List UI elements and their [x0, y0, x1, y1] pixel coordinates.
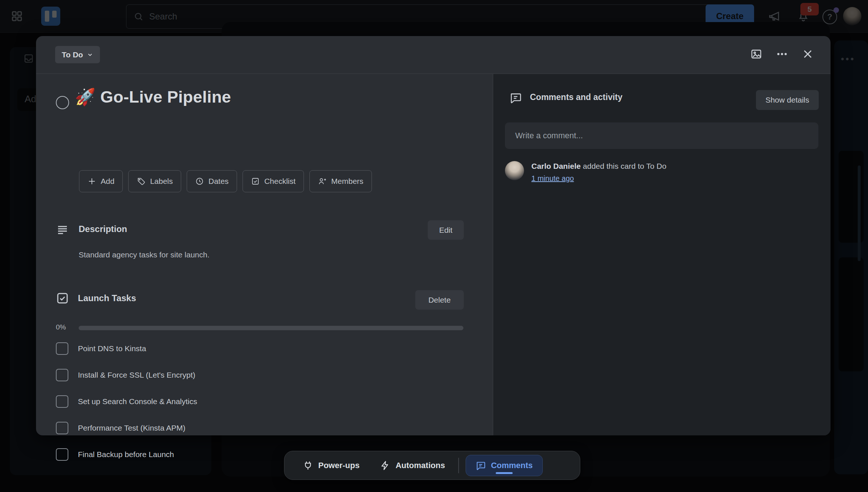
comments-label: Comments — [491, 461, 533, 470]
automations-label: Automations — [395, 461, 445, 470]
image-icon — [750, 48, 763, 60]
close-button[interactable] — [798, 44, 817, 64]
tag-icon — [137, 177, 146, 186]
comment-bubble-icon — [476, 460, 486, 471]
members-button-label: Members — [331, 177, 363, 186]
list-selector-label: To Do — [62, 50, 83, 59]
edit-description-button[interactable]: Edit — [428, 220, 464, 240]
power-ups-tab[interactable]: Power-ups — [303, 460, 359, 471]
members-button[interactable]: Members — [309, 170, 372, 192]
add-button[interactable]: Add — [79, 170, 123, 192]
activity-entry: Carlo Daniele added this card to To Do 1… — [505, 161, 819, 183]
checklist-heading: Launch Tasks — [78, 293, 136, 303]
activity-heading: Comments and activity — [530, 92, 623, 102]
card-header: To Do — [36, 36, 831, 74]
checklist-items: Point DNS to Kinsta Install & Force SSL … — [56, 335, 463, 468]
item-checkbox[interactable] — [56, 369, 68, 381]
card-actions-menu-button[interactable] — [772, 44, 792, 64]
ellipsis-icon — [776, 48, 788, 60]
item-label[interactable]: Set up Search Console & Analytics — [78, 397, 197, 406]
delete-checklist-button[interactable]: Delete — [415, 290, 464, 310]
checklist-button[interactable]: Checklist — [243, 170, 304, 192]
active-tab-indicator — [496, 472, 513, 474]
member-avatar[interactable] — [505, 161, 524, 180]
checklist-item: Performance Test (Kinsta APM) — [56, 415, 463, 441]
item-checkbox[interactable] — [56, 422, 68, 434]
comment-placeholder: Write a comment... — [515, 131, 583, 140]
list-selector-button[interactable]: To Do — [55, 46, 100, 63]
checklist-button-label: Checklist — [264, 177, 295, 186]
description-icon — [56, 223, 69, 236]
card-bottom-tab-bar: Power-ups Automations Comments — [284, 451, 580, 480]
chevron-down-icon — [87, 51, 93, 58]
checkbox-icon — [251, 177, 260, 186]
item-checkbox[interactable] — [56, 448, 68, 461]
card-title: 🚀 Go-Live Pipeline — [75, 87, 231, 107]
checklist-item: Set up Search Console & Analytics — [56, 388, 463, 415]
dates-button[interactable]: Dates — [187, 170, 237, 192]
automations-tab[interactable]: Automations — [380, 460, 445, 471]
item-label[interactable]: Install & Force SSL (Let's Encrypt) — [78, 371, 196, 379]
complete-card-radio[interactable] — [56, 96, 69, 109]
person-add-icon — [318, 177, 327, 186]
add-button-label: Add — [101, 177, 114, 186]
card-main-column: 🚀 Go-Live Pipeline Add — [36, 74, 493, 435]
activity-author: Carlo Daniele — [531, 162, 581, 170]
checklist-item: Install & Force SSL (Let's Encrypt) — [56, 362, 463, 388]
item-label[interactable]: Performance Test (Kinsta APM) — [78, 424, 186, 432]
lightning-icon — [380, 460, 390, 471]
checklist-item: Point DNS to Kinsta — [56, 335, 463, 362]
item-label[interactable]: Point DNS to Kinsta — [78, 344, 146, 353]
trello-card-view: Create 5 ? Add ••• — [0, 0, 868, 492]
labels-button[interactable]: Labels — [128, 170, 181, 192]
description-body[interactable]: Standard agency tasks for site launch. — [79, 250, 209, 259]
labels-button-label: Labels — [150, 177, 173, 186]
description-heading: Description — [79, 224, 127, 234]
checklist-section-icon — [56, 292, 69, 305]
close-icon — [801, 48, 814, 60]
comments-activity-icon — [509, 92, 522, 104]
item-checkbox[interactable] — [56, 342, 68, 355]
show-details-button[interactable]: Show details — [756, 90, 819, 110]
clock-icon — [195, 177, 204, 186]
tab-divider — [458, 458, 459, 473]
activity-timestamp-link[interactable]: 1 minute ago — [531, 174, 574, 183]
plus-icon — [87, 177, 96, 186]
checklist-progress-label: 0% — [56, 323, 66, 331]
item-checkbox[interactable] — [56, 395, 68, 408]
plug-icon — [303, 460, 313, 471]
comment-input[interactable]: Write a comment... — [505, 122, 818, 149]
item-label[interactable]: Final Backup before Launch — [78, 450, 174, 459]
cover-image-button[interactable] — [747, 44, 766, 64]
checklist-progress-bar — [79, 326, 463, 330]
comments-tab[interactable]: Comments — [466, 455, 543, 476]
card-detail-modal: To Do — [36, 36, 831, 435]
activity-text: Carlo Daniele added this card to To Do — [531, 161, 666, 171]
activity-action: added this card to To Do — [581, 162, 666, 170]
activity-panel: Comments and activity Show details Write… — [493, 74, 831, 435]
dates-button-label: Dates — [208, 177, 229, 186]
power-ups-label: Power-ups — [318, 461, 359, 470]
card-actions-row: Add Labels — [79, 170, 372, 192]
